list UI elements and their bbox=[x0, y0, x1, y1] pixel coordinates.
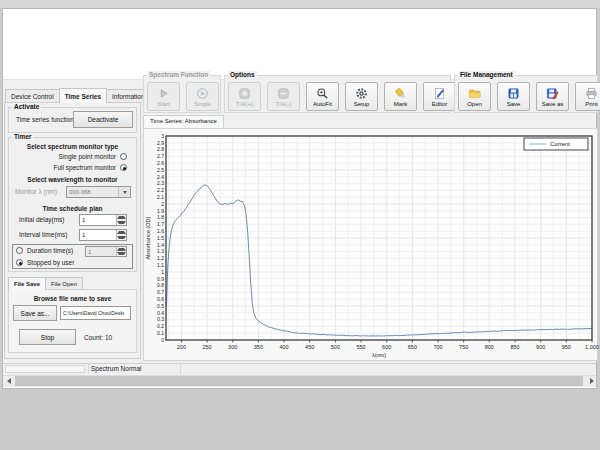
count-label: Count: 10 bbox=[84, 334, 112, 341]
svg-text:1.8: 1.8 bbox=[157, 214, 164, 220]
svg-text:700: 700 bbox=[433, 344, 442, 350]
monitor-type-title: Select spectrum monitor type bbox=[8, 143, 137, 150]
magnifier-plus-icon bbox=[316, 87, 329, 100]
spinner-arrows-icon[interactable] bbox=[116, 230, 126, 240]
spinner-arrows-icon bbox=[116, 247, 126, 256]
wavelength-title: Select wavelength to monitor bbox=[8, 176, 137, 183]
interval-time-label: Interval time(ms) bbox=[19, 231, 67, 238]
svg-text:1.9: 1.9 bbox=[157, 208, 164, 214]
save-path-input[interactable]: C:\Users\David Chou\Deskt bbox=[60, 306, 131, 320]
play-circle-icon bbox=[196, 87, 209, 100]
main-tab-strip: Device ControlTime SeriesInformation bbox=[5, 87, 150, 103]
open-button[interactable]: Open bbox=[458, 82, 491, 111]
duration-spinner[interactable]: 1 bbox=[85, 246, 127, 257]
autofit-button[interactable]: AutoFit bbox=[306, 82, 339, 111]
deactivate-button[interactable]: Deactivate bbox=[73, 111, 133, 128]
toolbar-group-options: T/A(+)T/A(-)AutoFitSetupMarkEditor bbox=[224, 75, 451, 113]
svg-text:2.2: 2.2 bbox=[157, 187, 164, 193]
t-a(-)-button: T/A(-) bbox=[267, 82, 300, 111]
toolbar-group-label: Options bbox=[228, 71, 257, 78]
svg-text:1.1: 1.1 bbox=[157, 262, 164, 268]
scroll-left-icon[interactable] bbox=[3, 376, 14, 386]
save-as-button[interactable]: Save as bbox=[536, 82, 569, 111]
scrollbar-thumb[interactable] bbox=[15, 376, 583, 386]
minus-icon bbox=[277, 87, 290, 100]
svg-text:550: 550 bbox=[356, 344, 365, 350]
save-as-button[interactable]: Save as... bbox=[13, 305, 57, 321]
monitor-lambda-combo[interactable]: 300.068 bbox=[66, 186, 131, 198]
svg-text:3: 3 bbox=[161, 133, 164, 139]
svg-text:850: 850 bbox=[510, 344, 519, 350]
marker-icon bbox=[394, 87, 407, 100]
full-spectrum-radio[interactable] bbox=[120, 164, 127, 171]
svg-text:2.5: 2.5 bbox=[157, 167, 164, 173]
svg-text:450: 450 bbox=[305, 344, 314, 350]
mark-button[interactable]: Mark bbox=[384, 82, 417, 111]
setup-button[interactable]: Setup bbox=[345, 82, 378, 111]
initial-delay-label: Initial delay(ms) bbox=[19, 216, 65, 223]
print-button[interactable]: Print bbox=[575, 82, 600, 111]
desktop-top-strip bbox=[0, 0, 600, 8]
status-text: Spectrum Normal bbox=[91, 365, 142, 372]
browse-title: Browse file name to save bbox=[8, 295, 137, 302]
svg-text:0.1: 0.1 bbox=[157, 330, 164, 336]
single-point-label: Single point monitor bbox=[3, 153, 116, 160]
tab-file-save[interactable]: File Save bbox=[8, 277, 46, 290]
time-series-function-label: Time series function bbox=[16, 116, 74, 123]
single-point-radio[interactable] bbox=[120, 153, 127, 160]
svg-text:1.4: 1.4 bbox=[157, 242, 164, 248]
tab-time-series[interactable]: Time Series bbox=[59, 88, 107, 103]
duration-label: Duration time(s) bbox=[27, 247, 73, 254]
svg-text:2.3: 2.3 bbox=[157, 180, 164, 186]
spinner-arrows-icon[interactable] bbox=[116, 215, 126, 225]
floppy-pencil-icon bbox=[546, 87, 559, 100]
toolbar-button-label: Editor bbox=[432, 101, 448, 107]
svg-text:2.4: 2.4 bbox=[157, 174, 164, 180]
timer-group-label: Timer bbox=[12, 133, 34, 140]
tab-time-series-absorbance[interactable]: Time Series: Absorbance bbox=[143, 115, 224, 128]
svg-text:200: 200 bbox=[177, 344, 186, 350]
toolbar-button-label: T/A(+) bbox=[236, 101, 253, 107]
tab-device-control[interactable]: Device Control bbox=[5, 89, 60, 103]
spectrum-chart: 00.10.20.30.40.50.60.70.80.911.11.21.31.… bbox=[144, 129, 599, 362]
monitor-lambda-label: Monitor λ (nm) bbox=[15, 188, 57, 195]
svg-text:650: 650 bbox=[408, 344, 417, 350]
gear-icon bbox=[355, 87, 368, 100]
svg-text:1: 1 bbox=[161, 269, 164, 275]
desktop: SpectraLab v1.1c – × Device ControlTime … bbox=[0, 0, 600, 450]
toolbar-group-spectrum-function: StartSingle bbox=[143, 75, 221, 113]
svg-text:400: 400 bbox=[279, 344, 288, 350]
toolbar-button-label: T/A(-) bbox=[276, 101, 291, 107]
toolbar-group-label: File Management bbox=[458, 71, 515, 78]
duration-radio[interactable] bbox=[16, 247, 23, 254]
svg-text:0.9: 0.9 bbox=[157, 276, 164, 282]
single-button: Single bbox=[186, 82, 219, 111]
plus-icon bbox=[238, 87, 251, 100]
full-spectrum-label: Full spectrum monitor bbox=[3, 164, 116, 171]
svg-text:300: 300 bbox=[228, 344, 237, 350]
activate-group-label: Activate bbox=[12, 103, 41, 110]
floppy-icon bbox=[507, 87, 520, 100]
svg-text:0.8: 0.8 bbox=[157, 282, 164, 288]
svg-text:2.9: 2.9 bbox=[157, 140, 164, 146]
svg-text:2: 2 bbox=[161, 201, 164, 207]
save-button[interactable]: Save bbox=[497, 82, 530, 111]
toolbar-button-label: Open bbox=[467, 101, 482, 107]
interval-time-spinner[interactable]: 1 bbox=[79, 229, 127, 241]
toolbar-button-label: Mark bbox=[394, 101, 407, 107]
stop-button[interactable]: Stop bbox=[19, 329, 76, 345]
stopped-by-user-label: Stopped by user bbox=[27, 259, 74, 266]
stopped-by-user-radio[interactable] bbox=[16, 259, 23, 266]
svg-text:0.3: 0.3 bbox=[157, 316, 164, 322]
editor-button[interactable]: Editor bbox=[423, 82, 456, 111]
chevron-down-icon bbox=[118, 187, 130, 197]
initial-delay-spinner[interactable]: 1 bbox=[79, 214, 127, 226]
svg-text:1.6: 1.6 bbox=[157, 228, 164, 234]
scroll-right-icon[interactable] bbox=[586, 376, 597, 386]
svg-text:1.7: 1.7 bbox=[157, 221, 164, 227]
svg-text:600: 600 bbox=[382, 344, 391, 350]
interval-time-value: 1 bbox=[82, 232, 85, 238]
play-icon bbox=[157, 87, 170, 100]
svg-text:950: 950 bbox=[562, 344, 571, 350]
svg-text:1.3: 1.3 bbox=[157, 248, 164, 254]
